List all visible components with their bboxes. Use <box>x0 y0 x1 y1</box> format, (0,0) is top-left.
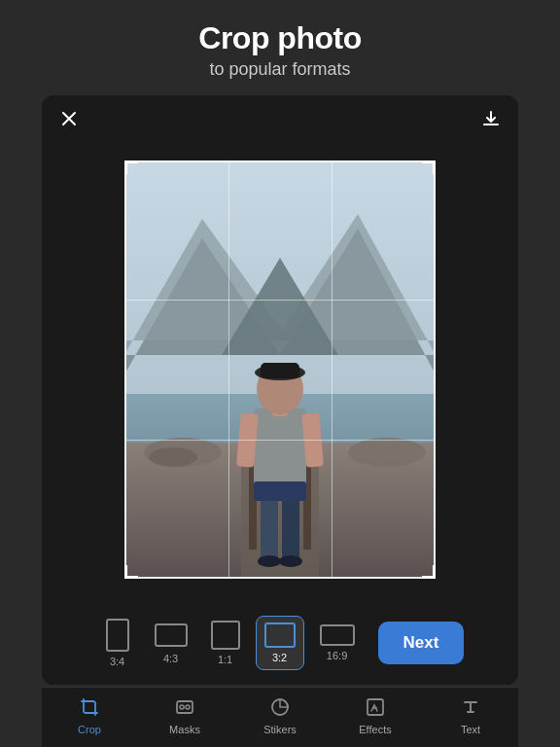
photo-background <box>124 160 436 579</box>
text-icon <box>461 697 480 721</box>
svg-rect-31 <box>265 623 295 647</box>
page-subtitle: to popular formats <box>19 59 541 80</box>
tab-effects-label: Effects <box>359 724 391 735</box>
tab-masks-label: Masks <box>169 724 200 735</box>
tab-masks[interactable]: Masks <box>137 697 232 735</box>
tab-crop-label: Crop <box>78 724 101 735</box>
crop-option-4-3-label: 4:3 <box>163 653 178 664</box>
tab-stickers-label: Stikers <box>263 724 297 735</box>
svg-point-15 <box>348 438 426 467</box>
svg-rect-26 <box>261 363 299 378</box>
crop-option-4-3[interactable]: 4:3 <box>147 616 195 670</box>
svg-rect-30 <box>212 622 239 649</box>
svg-point-34 <box>180 705 184 709</box>
tab-text-label: Text <box>461 724 480 735</box>
close-button[interactable] <box>55 105 83 132</box>
svg-point-18 <box>258 555 281 567</box>
photo-wrapper <box>124 160 436 579</box>
crop-option-16-9[interactable]: 16:9 <box>312 619 363 667</box>
tab-stickers[interactable]: Stikers <box>232 697 328 735</box>
editor-container: 3:4 4:3 1:1 3:2 16:9 <box>42 95 518 685</box>
masks-icon <box>175 697 194 721</box>
tab-effects[interactable]: Effects <box>328 697 423 735</box>
svg-rect-16 <box>261 491 278 559</box>
bottom-tab-bar: Crop Masks Stikers Effe <box>42 687 518 747</box>
crop-option-3-2[interactable]: 3:2 <box>256 616 304 670</box>
crop-toolbar: 3:4 4:3 1:1 3:2 16:9 <box>42 601 518 685</box>
crop-option-3-4-label: 3:4 <box>110 656 124 667</box>
crop-option-1-1-label: 1:1 <box>218 654 232 665</box>
effects-icon <box>366 697 385 721</box>
svg-rect-17 <box>282 491 299 559</box>
crop-option-3-4[interactable]: 3:4 <box>96 613 139 673</box>
crop-option-1-1[interactable]: 1:1 <box>203 615 248 671</box>
header: Crop photo to popular formats <box>0 0 560 95</box>
page-title: Crop photo <box>19 21 541 55</box>
download-button[interactable] <box>477 105 505 132</box>
next-button[interactable]: Next <box>378 622 465 664</box>
tab-text[interactable]: Text <box>423 697 518 735</box>
svg-rect-27 <box>254 481 306 501</box>
svg-point-19 <box>279 555 302 567</box>
photo-area[interactable] <box>42 95 518 601</box>
svg-rect-32 <box>321 625 354 645</box>
tab-crop[interactable]: Crop <box>42 697 137 735</box>
crop-option-3-2-label: 3:2 <box>272 652 287 663</box>
svg-rect-29 <box>156 624 187 646</box>
svg-rect-28 <box>107 620 128 651</box>
crop-icon <box>80 697 99 721</box>
stickers-icon <box>270 697 290 721</box>
crop-option-16-9-label: 16:9 <box>327 650 347 661</box>
editor-topbar <box>42 95 518 142</box>
svg-point-35 <box>186 705 190 709</box>
svg-point-14 <box>149 447 197 467</box>
